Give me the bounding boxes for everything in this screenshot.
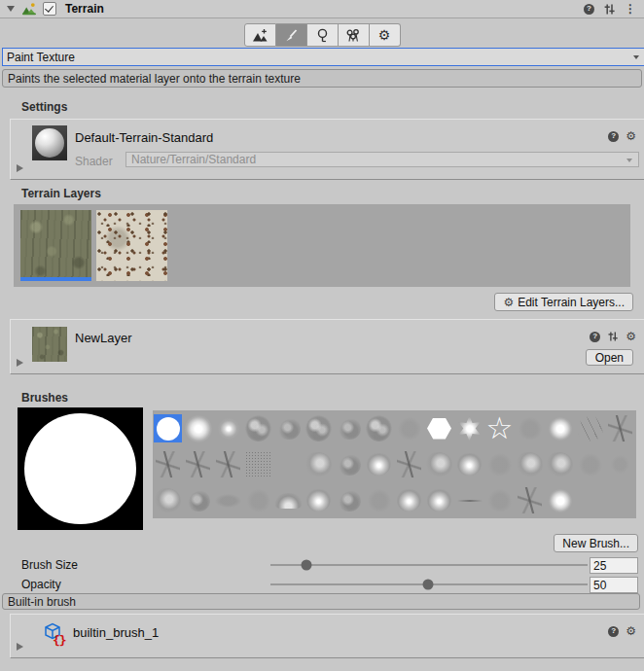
brush-branch[interactable] [606,414,634,442]
tool-paint-trees[interactable] [307,23,339,47]
brush-bright[interactable] [304,486,333,514]
brush-faint[interactable] [485,486,514,514]
tool-terrain-settings[interactable]: ⚙ [370,23,401,47]
brush-glowdot[interactable] [546,486,574,514]
gear-icon[interactable]: ⚙ [626,625,636,637]
open-layer-button[interactable]: Open [586,349,633,366]
brush-inspector-section: {} builtin_brush_1 ? ⚙ [10,614,644,658]
brush-mottle[interactable] [244,414,272,442]
terrain-layer-stone[interactable] [96,210,167,281]
layer-foldout-icon[interactable] [17,359,23,367]
brush-faint[interactable] [395,414,423,442]
terrain-layer-grass[interactable] [20,210,91,281]
brush-glyph-splat [547,452,573,477]
brush-speck[interactable] [335,486,363,514]
layer-title: NewLayer [75,331,132,345]
brush-splat[interactable] [516,450,544,478]
brush-glyph-splat [517,452,543,477]
brush-splat[interactable] [425,450,453,478]
brush-glyph-dot [216,416,241,441]
paint-mode-dropdown[interactable]: Paint Texture [2,48,644,66]
brush-speck[interactable] [335,450,363,478]
brush-hex[interactable] [425,414,453,442]
brush-bright[interactable] [425,486,453,514]
gear-icon[interactable]: ⚙ [626,331,636,342]
brush-dot[interactable] [214,414,242,442]
brush-size-handle[interactable] [302,560,312,571]
brush-glow[interactable] [184,414,212,442]
material-preview[interactable] [32,125,67,160]
brush-noise[interactable] [244,450,272,478]
brush-glyph-branch [156,451,180,477]
help-icon[interactable]: ? [584,4,594,15]
component-enabled-checkbox[interactable] [43,2,56,16]
brush-glyph-faint [578,452,603,477]
brush-asset-foldout-icon[interactable] [17,643,23,651]
help-icon[interactable]: ? [590,332,600,342]
brush-branch[interactable] [395,450,423,478]
help-icon[interactable]: ? [608,626,619,637]
brush-glyph-branch [397,451,421,477]
brush-branch[interactable] [214,450,242,478]
presets-icon[interactable] [607,331,619,342]
brush-glowdot[interactable] [546,414,574,442]
shader-label: Shader [75,155,113,168]
component-foldout-icon[interactable] [7,6,15,12]
brush-bright[interactable] [365,450,393,478]
tool-create-neighbor-terrains[interactable] [244,23,276,47]
brush-glyph-faint [518,416,543,441]
brush-branch[interactable] [184,450,212,478]
brush-line[interactable] [455,486,483,514]
new-brush-button[interactable]: New Brush... [554,534,638,552]
brush-faintnoise[interactable] [274,450,303,478]
brush-faint[interactable] [244,486,272,514]
layer-thumbnail[interactable] [32,327,67,362]
brush-glyph-bright [367,453,391,476]
opacity-field[interactable] [590,577,638,593]
brush-star5[interactable]: ☆ [485,414,514,442]
help-icon[interactable]: ? [608,131,619,142]
brush-arc[interactable] [274,486,303,514]
braces-icon: {} [53,633,66,648]
brush-size-slider[interactable] [270,557,588,573]
opacity-handle[interactable] [423,580,434,590]
tool-paint-terrain[interactable] [276,23,307,47]
brush-mottle[interactable] [304,414,333,442]
brush-glyph-glowdot [549,489,572,512]
brush-splat[interactable] [154,486,182,514]
brush-faint[interactable] [516,414,544,442]
opacity-slider[interactable] [270,577,588,592]
builtin-brush-note: Built-in brush [2,593,640,610]
gear-icon[interactable]: ⚙ [626,130,636,142]
brush-sel[interactable] [154,414,182,442]
settings-heading: Settings [21,100,67,114]
brush-glyph-glowdot [549,417,572,441]
brush-scratch[interactable] [576,414,604,442]
brush-diamond[interactable] [606,450,634,478]
brush-speck[interactable] [184,486,212,514]
brush-splat[interactable] [546,450,574,478]
brush-glyph-speck [338,417,361,440]
brush-splat[interactable] [304,450,333,478]
brush-glyph-sel [157,417,180,441]
brush-wisp[interactable] [214,486,242,514]
brush-glyph-glow [185,415,212,442]
brush-glyph-faint [487,452,513,477]
brush-star6[interactable] [455,414,483,442]
brush-branch[interactable] [516,486,544,514]
brush-faint[interactable] [485,450,514,478]
brush-speck[interactable] [335,414,363,442]
edit-terrain-layers-button[interactable]: ⚙ Edit Terrain Layers... [494,293,633,311]
brush-speck[interactable] [274,414,303,442]
brush-size-field[interactable] [590,557,638,574]
brush-mottle[interactable] [365,414,393,442]
brush-branch[interactable] [154,450,182,478]
tool-paint-details[interactable] [339,23,370,47]
brush-faint[interactable] [576,450,604,478]
material-foldout-icon[interactable] [17,164,23,172]
brush-bright[interactable] [455,450,483,478]
brush-faint[interactable] [365,486,393,514]
kebab-menu-icon[interactable]: ⋮ [625,3,636,15]
brush-bright[interactable] [395,486,423,514]
presets-icon[interactable] [603,3,616,16]
